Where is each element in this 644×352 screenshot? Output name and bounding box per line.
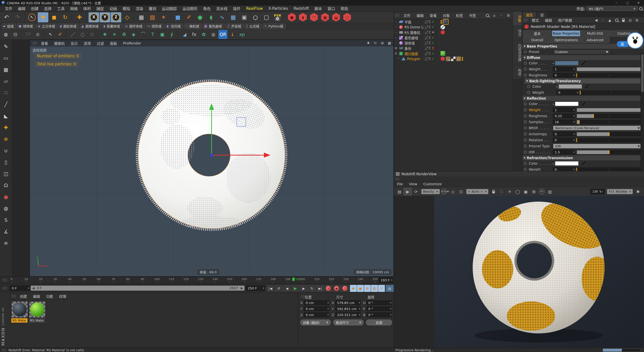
expand-arrow-icon[interactable]: ▸ [553, 62, 554, 65]
stepper-arrows[interactable]: ▴▾ [577, 92, 578, 94]
stepper-arrows[interactable]: ▴▾ [328, 302, 329, 304]
expand-arrow-icon[interactable]: ▸ [553, 162, 554, 165]
menu-item-19[interactable]: X-Particles [266, 6, 291, 11]
add-deformer-icon[interactable]: ◖ [206, 12, 216, 22]
drag-handle-icon[interactable] [395, 14, 399, 17]
radial-field-button[interactable]: ◐径向域 [165, 23, 183, 29]
start-render-button[interactable]: ▶ [404, 188, 412, 195]
viewport-menu-7[interactable]: ProRender [120, 41, 144, 45]
add-generator-icon[interactable]: ● [195, 12, 205, 22]
animation-dot[interactable] [524, 133, 527, 136]
timeline-range-slider[interactable]: ◀ 0 F 250 F ▶ [31, 286, 245, 291]
stepper-arrows[interactable]: ▴▾ [390, 308, 391, 310]
visibility-toggle[interactable] [425, 36, 428, 39]
object-row[interactable]: ─球体域✓ [394, 40, 513, 46]
disabled-dots-icon[interactable] [431, 47, 435, 50]
rotate-tool-icon[interactable]: ↻ [60, 12, 70, 22]
xpresso-node-icon[interactable]: ⊟ [11, 30, 20, 39]
collapse-icon[interactable]: ⊟ [394, 52, 398, 55]
forward-arrow-icon[interactable]: ▷ [600, 18, 606, 23]
y-axis-lock-icon[interactable]: Y [100, 12, 110, 22]
box-tail-icon[interactable]: ▣ [158, 30, 167, 39]
compositing-tag[interactable] [440, 25, 445, 29]
drag-handle-icon[interactable] [301, 295, 305, 298]
slider-track[interactable] [577, 120, 642, 124]
value-field[interactable]: 1▴▾ [553, 67, 575, 71]
show-image-icon[interactable]: ▣ [522, 188, 530, 195]
menu-item-14[interactable]: 运动图形 [180, 6, 200, 11]
z-axis-lock-icon[interactable]: Z [111, 12, 121, 22]
record-keyframe-button[interactable]: ✎ [324, 285, 333, 292]
wreath-icon[interactable]: ✿ [199, 30, 208, 39]
undo-icon[interactable]: ↶ [1, 12, 12, 22]
menu-item-10[interactable]: 模拟 [120, 6, 133, 11]
curve-dots-icon[interactable]: ⌒ [139, 30, 148, 39]
coordinate-field[interactable]: 579.85 cm▴▾ [335, 300, 361, 305]
manager-tab-1[interactable]: 对象 [513, 12, 522, 26]
animation-dot[interactable] [524, 50, 527, 53]
filter-icon[interactable]: ◦ [499, 13, 504, 18]
materials-menu-1[interactable]: 创建 [17, 294, 30, 299]
scale-tool-icon[interactable]: ◼ [49, 12, 59, 22]
add-spline-icon[interactable]: ∿ [217, 12, 227, 22]
render-settings-icon[interactable]: ✶ [158, 12, 169, 22]
slider-track[interactable] [577, 150, 642, 154]
color-swatch[interactable] [558, 84, 582, 89]
renderview-menu-2[interactable]: View [406, 182, 420, 186]
menu-item-5[interactable]: 工具 [54, 6, 67, 11]
menu-item-3[interactable]: 创建 [28, 6, 41, 11]
crop-render-icon[interactable]: ⊡ [457, 188, 465, 195]
viewport-menu-6[interactable]: 面板 [107, 41, 120, 46]
material-green-tag[interactable] [440, 51, 445, 56]
manager-tab-3[interactable]: 内容浏览器 [513, 40, 522, 65]
value-field[interactable]: 0▴▾ [553, 132, 575, 136]
sound-field-button[interactable]: ♫声音域 [225, 23, 244, 29]
stepper-arrows[interactable]: ▴▾ [390, 314, 391, 316]
animation-dot[interactable] [527, 91, 530, 94]
value-field[interactable]: 0.25▴▾ [553, 114, 575, 118]
vine-icon[interactable]: ∮ [167, 30, 176, 39]
visibility-toggle[interactable] [425, 20, 428, 24]
text-mograph-icon[interactable]: T [148, 30, 157, 39]
point-mode-icon[interactable]: ∷ [1, 87, 12, 98]
value-field[interactable]: 1.5▴▾ [553, 150, 575, 154]
object-row[interactable]: ─RS Dome Light✓ [394, 24, 513, 30]
material-dark-tag[interactable] [443, 19, 449, 25]
slider-track[interactable] [580, 91, 642, 95]
sculpt-icon[interactable]: ◍ [1, 203, 12, 214]
menu-item-17[interactable]: 插件 [230, 6, 243, 11]
renderview-menu-3[interactable]: Customize [420, 182, 445, 186]
editor-render-dots[interactable] [429, 57, 430, 60]
new-panel-icon[interactable]: ⊞ [634, 18, 639, 23]
move-tool-icon[interactable]: ✚ [38, 12, 48, 22]
dropdown-field[interactable]: IOR▼ [553, 144, 642, 149]
bucket-grid-icon[interactable]: ▦ [449, 188, 457, 195]
color-swatch[interactable] [555, 61, 579, 65]
back-arrow-icon[interactable]: ◀ [594, 18, 599, 23]
play-reverse-button[interactable]: ↺ [274, 285, 283, 292]
cube-field-button[interactable]: ◈立方体域 [36, 23, 57, 29]
enabled-check-icon[interactable]: ✓ [431, 25, 435, 29]
point-strike-icon[interactable]: ⊘ [33, 30, 42, 39]
section-header[interactable]: ▼Diffuse [522, 55, 644, 60]
stepper-arrows[interactable]: ▴▾ [359, 308, 360, 310]
object-row[interactable]: ⊟细分曲面✓ [394, 51, 513, 56]
orange-dots-tag[interactable] [462, 57, 463, 61]
key-rotation-button[interactable]: ↻ [364, 285, 371, 292]
object-row[interactable]: ⊞L0备份 [394, 46, 513, 51]
display-mode-icon[interactable]: ▢ [261, 12, 272, 22]
menu-item-2[interactable]: 编辑 [15, 6, 28, 11]
drag-handle-icon[interactable] [32, 42, 37, 45]
color-swatch[interactable] [555, 161, 579, 166]
materials-menu-4[interactable]: 纹理 [56, 294, 69, 299]
atom-array-icon[interactable]: ✳ [110, 30, 119, 39]
materials-menu-2[interactable]: 编辑 [30, 294, 43, 299]
editor-render-dots[interactable] [429, 41, 430, 44]
viewport-zoom-icon[interactable]: ⊞ [380, 40, 385, 46]
object-row[interactable]: ─RS 摄像机✛ [394, 30, 513, 35]
aov-dropdown[interactable]: Beauty▼ [421, 189, 440, 194]
up-arrow-icon[interactable]: ▲ [607, 18, 612, 23]
grid-dots-icon[interactable]: ∷ [88, 30, 97, 39]
viewport-canvas[interactable] [30, 47, 393, 270]
stepper-arrows[interactable]: ▴▾ [328, 314, 329, 316]
